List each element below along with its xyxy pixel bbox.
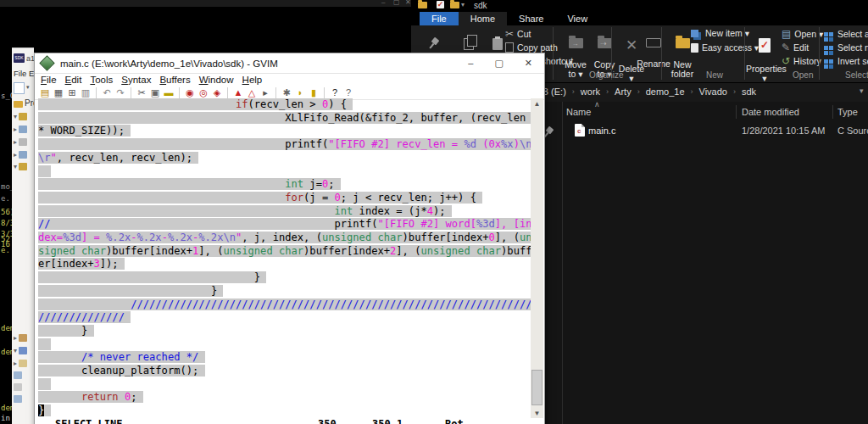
gvim-minimize-button[interactable]: – [468, 58, 473, 69]
quick-access-folder-icon[interactable] [418, 2, 427, 8]
invert-selection-button[interactable]: Invert selection [824, 56, 868, 66]
tree-chevron-icon[interactable]: ▾ [14, 163, 17, 170]
eclipse-tree-item[interactable]: ▾ [14, 163, 27, 170]
menu-syntax[interactable]: Syntax [121, 75, 151, 85]
eclipse-tree-item[interactable]: ▾ [14, 347, 27, 354]
edit-button[interactable]: ✎ Edit [782, 42, 809, 53]
file-name: main.c [588, 126, 615, 136]
column-separator[interactable] [832, 105, 833, 119]
gvim-close-button[interactable]: ✕ [525, 58, 532, 69]
tree-chevron-icon[interactable]: ▾ [14, 113, 17, 120]
gvim-scrollbar[interactable]: ▲ ▼ [531, 98, 543, 419]
cut-icon[interactable]: ✂ [136, 86, 147, 98]
replace-icon[interactable]: ◈ [211, 86, 223, 98]
breadcrumb-item[interactable]: Vivado [699, 86, 727, 97]
tag-jump-icon[interactable]: ▮ [308, 86, 320, 98]
quick-access-newfolder-icon[interactable] [450, 2, 459, 8]
open-button[interactable]: ▤ Open ▾ [782, 29, 823, 39]
save-all-icon[interactable]: ⊞ [66, 86, 78, 98]
breadcrumb-item[interactable]: demo_1e [646, 86, 685, 97]
history-button[interactable]: ↺ History [782, 56, 821, 66]
breadcrumb-item[interactable]: sdk [742, 86, 756, 97]
console-close-icon[interactable]: ✕ [405, 0, 411, 6]
run-script-icon[interactable]: ▸ [259, 86, 271, 98]
find-prev-icon[interactable]: ◎ [198, 86, 209, 98]
copy-icon[interactable]: ▣ [149, 86, 161, 98]
tree-chevron-icon[interactable]: ▾ [14, 347, 17, 354]
help-icon[interactable]: ? [329, 86, 341, 98]
new-item-button[interactable]: New item ▾ [691, 28, 749, 38]
scroll-up-icon[interactable]: ▲ [531, 100, 543, 108]
eclipse-tree-item[interactable]: ▸ [14, 126, 27, 133]
eclipse-tree-item[interactable] [14, 383, 22, 391]
ribbon-tab-share[interactable]: Share [507, 12, 555, 25]
load-session-icon[interactable]: ▲ [232, 86, 244, 98]
eclipse-tree-item[interactable]: ▸ [14, 360, 27, 367]
select-all-button[interactable]: Select all [824, 29, 868, 39]
save-session-icon[interactable]: △ [246, 86, 258, 98]
select-none-button[interactable]: Select none [824, 42, 868, 53]
eclipse-menubar[interactable]: File E [14, 69, 34, 78]
menu-edit[interactable]: Edit [65, 75, 82, 85]
eclipse-tree-item[interactable]: ▾ [14, 113, 27, 120]
tree-chevron-icon[interactable]: ▸ [14, 360, 17, 367]
scroll-down-icon[interactable]: ▼ [531, 410, 543, 417]
paste-icon[interactable]: ▬ [163, 86, 175, 98]
console-minimize-icon[interactable]: – [381, 0, 385, 6]
gvim-titlebar[interactable]: main.c (E:\work\Arty\demo_1e\Vivado\sdk)… [35, 53, 544, 74]
open-icon[interactable]: ▤ [39, 86, 51, 98]
tree-chevron-icon[interactable]: ▸ [14, 126, 17, 133]
breadcrumb-item[interactable]: Arty [615, 86, 632, 97]
select-none-icon [824, 46, 828, 50]
save-icon[interactable]: ▦ [53, 86, 64, 98]
eclipse-new-button[interactable] [14, 82, 25, 94]
ribbon-tab-home[interactable]: Home [459, 12, 507, 25]
column-separator[interactable] [736, 105, 737, 119]
redo-icon[interactable]: ↷ [114, 86, 126, 98]
eclipse-tree-item[interactable]: ▸ [14, 138, 27, 146]
menu-buffers[interactable]: Buffers [159, 75, 190, 85]
menu-file[interactable]: File [41, 75, 57, 85]
breadcrumb-chevron-icon: › [637, 87, 640, 96]
group-label-new: New [706, 70, 723, 80]
eclipse-tree-item[interactable]: ▸ [14, 334, 27, 342]
column-header-type[interactable]: Type [837, 107, 858, 117]
code-line: } [38, 285, 533, 298]
column-header-date[interactable]: Date modified [742, 107, 799, 117]
menu-help[interactable]: Help [242, 75, 263, 85]
column-header-name[interactable]: Name [566, 107, 591, 117]
code-line: * WORD_SIZE)); [38, 125, 533, 138]
address-caret-icon[interactable]: ▾ [860, 86, 864, 95]
tree-item-icon [19, 113, 27, 120]
move-to-icon: → [569, 38, 583, 48]
eclipse-tree-item[interactable] [14, 371, 22, 379]
quick-access-properties-icon[interactable]: ✓ [437, 1, 444, 8]
menu-tools[interactable]: Tools [90, 75, 113, 85]
tags-icon[interactable]: ◗ [294, 86, 306, 98]
code-line [38, 378, 533, 392]
eclipse-tree-item[interactable] [14, 395, 22, 403]
console-maximize-icon[interactable]: ▢ [393, 0, 400, 6]
console-text: e. [1, 194, 10, 203]
undo-icon[interactable]: ↶ [101, 86, 113, 98]
gvim-code[interactable]: if(recv_len > 0) { XLlFifo_Read(&fifo_2,… [38, 98, 533, 419]
gvim-maximize-button[interactable]: ▢ [494, 58, 503, 69]
quick-access-caret-icon[interactable]: ▾ [461, 1, 465, 8]
scrollbar-thumb[interactable] [531, 370, 542, 405]
find-help-icon[interactable]: ? [342, 86, 354, 98]
tree-chevron-icon[interactable]: ▸ [14, 151, 17, 159]
find-next-icon[interactable]: ◉ [184, 86, 196, 98]
cut-button[interactable]: ✂ Cut [505, 29, 531, 39]
ribbon-tab-file[interactable]: File [420, 12, 459, 25]
make-icon[interactable]: ✱ [281, 86, 292, 98]
tree-chevron-icon[interactable]: ▸ [14, 138, 17, 146]
breadcrumb-item[interactable]: work [581, 86, 600, 97]
print-icon[interactable]: ▥ [80, 86, 92, 98]
menu-window[interactable]: Window [199, 75, 234, 85]
tree-item-icon [19, 151, 27, 159]
eclipse-new-caret-icon[interactable]: ▾ [26, 84, 30, 91]
eclipse-tree-item[interactable]: ▸ [14, 151, 27, 159]
tree-chevron-icon[interactable]: ▸ [14, 334, 17, 342]
ribbon-tab-view[interactable]: View [555, 12, 599, 25]
copy-path-button[interactable]: Copy path [505, 42, 558, 53]
